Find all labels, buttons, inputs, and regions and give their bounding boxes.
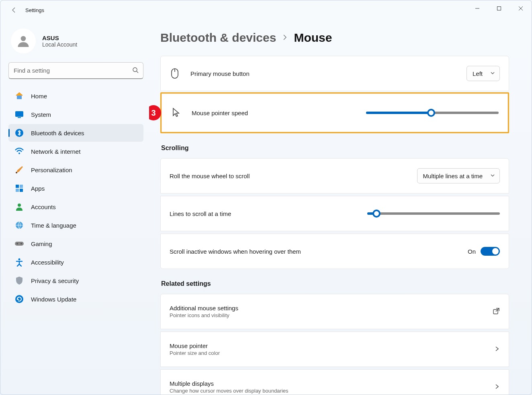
svg-point-19 [15,295,23,303]
sidebar-item-person[interactable]: Accounts [8,198,143,216]
maximize-button[interactable] [488,0,510,16]
sidebar-item-label: Bluetooth & devices [31,130,84,136]
gamepad-icon [14,238,25,249]
svg-rect-5 [18,117,21,118]
setting-label: Scroll inactive windows when hovering ov… [170,248,301,255]
setting-label: Primary mouse button [190,70,250,77]
svg-point-13 [18,204,21,207]
shield-icon [14,275,25,286]
svg-rect-11 [16,189,19,192]
svg-point-17 [20,243,22,244]
sidebar-item-home[interactable]: Home [8,87,143,105]
primary-button-select[interactable]: Left [467,66,500,81]
setting-label: Multiple displays [170,380,289,387]
sidebar-item-label: Personalization [31,167,72,173]
sidebar-item-label: Privacy & security [31,277,79,284]
sidebar-item-access[interactable]: Accessibility [8,253,143,271]
sidebar-item-label: Network & internet [31,148,80,155]
chevron-down-icon [490,173,495,179]
sidebar-item-system[interactable]: System [8,106,143,123]
sidebar-item-label: Home [31,93,47,100]
home-icon [14,91,25,101]
setting-label: Lines to scroll at a time [170,210,231,217]
close-button[interactable] [510,0,532,16]
breadcrumb-parent[interactable]: Bluetooth & devices [160,31,276,45]
titlebar: Settings [0,0,532,20]
roll-wheel-setting: Roll the mouse wheel to scroll Multiple … [160,158,509,193]
search-input[interactable] [8,62,143,79]
chevron-right-icon [282,33,288,43]
svg-point-1 [21,36,26,41]
sidebar-item-brush[interactable]: Personalization [8,161,143,179]
svg-rect-9 [16,185,19,188]
user-subtitle: Local Account [42,41,77,48]
section-title-scrolling: Scrolling [161,145,509,152]
setting-label: Mouse pointer speed [192,110,248,116]
minimize-button[interactable] [467,0,488,16]
svg-rect-0 [497,7,501,10]
svg-rect-15 [15,242,24,246]
apps-icon [14,183,25,193]
annotation-badge: 3 [149,105,161,120]
external-link-icon [493,307,500,316]
setting-label: Additional mouse settings [170,305,238,312]
lines-scroll-slider[interactable] [367,212,500,215]
svg-rect-12 [20,189,23,192]
sidebar-item-label: Windows Update [31,296,76,303]
user-name: ASUS [42,35,77,41]
scroll-inactive-toggle[interactable] [481,247,500,256]
sidebar-item-label: Gaming [31,240,52,247]
pointer-speed-slider[interactable] [366,112,499,114]
app-title: Settings [25,7,44,13]
setting-subtitle: Pointer icons and visibility [170,312,238,318]
sidebar-item-label: System [31,111,51,118]
sidebar-item-label: Apps [31,185,45,192]
svg-point-16 [16,243,18,244]
sidebar-item-label: Accessibility [31,259,64,266]
toggle-state-label: On [468,248,476,255]
system-icon [14,109,25,120]
sidebar-item-label: Accounts [31,204,56,210]
cursor-icon [171,108,181,118]
breadcrumb-current: Mouse [294,31,332,45]
wifi-icon [14,146,25,157]
sidebar-item-update[interactable]: Windows Update [8,290,143,308]
lines-scroll-setting: Lines to scroll at a time [160,196,509,231]
mouse-icon [170,68,180,79]
nav-list: HomeSystemBluetooth & devicesNetwork & i… [8,87,143,308]
section-title-related: Related settings [161,280,509,287]
svg-point-18 [18,259,20,261]
setting-label: Roll the mouse wheel to scroll [170,173,250,179]
chevron-down-icon [490,70,495,77]
user-block[interactable]: ASUS Local Account [11,29,143,53]
sidebar-item-bluetooth[interactable]: Bluetooth & devices [8,124,143,142]
related-setting-link[interactable]: Mouse pointer Pointer size and color [160,332,509,367]
main-content: Bluetooth & devices Mouse Primary mouse … [149,20,532,395]
setting-subtitle: Pointer size and color [170,350,220,356]
svg-point-7 [18,153,20,154]
related-setting-link[interactable]: Multiple displays Change how cursor move… [160,369,509,395]
setting-subtitle: Change how cursor moves over display bou… [170,388,289,394]
globe-icon [14,220,25,230]
related-setting-link[interactable]: Additional mouse settings Pointer icons … [160,294,509,329]
setting-label: Mouse pointer [170,342,220,349]
select-value: Left [473,70,483,77]
avatar-icon [11,29,36,53]
access-icon [14,257,25,267]
scroll-inactive-setting: Scroll inactive windows when hovering ov… [160,234,509,269]
brush-icon [14,165,25,175]
svg-point-8 [16,172,17,173]
sidebar-item-wifi[interactable]: Network & internet [8,143,143,160]
back-button[interactable] [9,5,19,15]
svg-point-2 [133,68,137,72]
highlight-annotation: 3 Mouse pointer speed [160,92,509,133]
roll-wheel-select[interactable]: Multiple lines at a time [417,168,500,183]
svg-rect-3 [17,96,22,99]
sidebar-item-apps[interactable]: Apps [8,179,143,197]
sidebar-item-globe[interactable]: Time & language [8,216,143,234]
sidebar-item-shield[interactable]: Privacy & security [8,272,143,289]
bluetooth-icon [14,128,25,138]
search-icon [132,67,139,75]
sidebar-item-gamepad[interactable]: Gaming [8,235,143,252]
sidebar-item-label: Time & language [31,222,76,229]
